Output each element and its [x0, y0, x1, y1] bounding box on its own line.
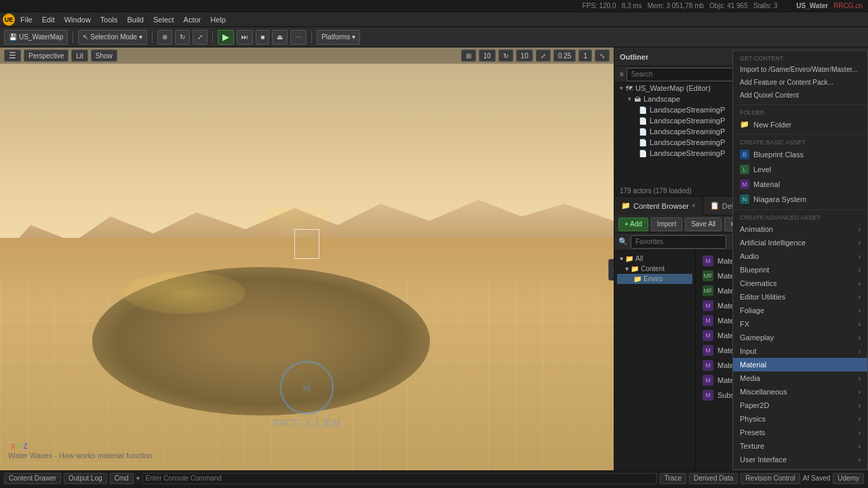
menu-window[interactable]: Window [60, 14, 95, 25]
angle-val[interactable]: 10 [516, 49, 533, 62]
menu-select[interactable]: Select [149, 14, 178, 25]
arrow-7: › [859, 321, 861, 328]
main-area: 🏛 RRCG 人人素材 ☰ Perspective Lit Show ⊞ 10 … [0, 47, 868, 470]
grid-snap-btn[interactable]: ⊞ [461, 49, 476, 62]
scale-val[interactable]: 0.25 [553, 49, 576, 62]
cmd-btn[interactable]: Cmd [110, 473, 134, 484]
ctx-paper2d[interactable]: Paper2D› [733, 399, 867, 412]
trace-btn[interactable]: Trace [660, 473, 686, 484]
menu-actor[interactable]: Actor [180, 14, 205, 25]
blueprint-icon: B [740, 150, 749, 159]
menu-help[interactable]: Help [206, 14, 230, 25]
content-drawer-btn[interactable]: Content Drawer [4, 473, 61, 484]
maximize-btn[interactable]: ⤡ [595, 49, 610, 62]
ctx-material-adv[interactable]: Material [733, 358, 867, 371]
tree-item-label: US_WaterMap (Editor) [635, 84, 711, 92]
ctx-niagara[interactable]: N Niagara System [733, 192, 867, 207]
rotate-btn[interactable]: ↻ [175, 30, 190, 45]
lit-btn[interactable]: Lit [71, 49, 88, 62]
add-btn[interactable]: + Add [618, 218, 648, 231]
import-btn[interactable]: Import [651, 218, 682, 231]
play-btn[interactable]: ▶ [218, 30, 234, 45]
ctx-blueprint[interactable]: B Blueprint Class [733, 147, 867, 162]
ctx-add-feature[interactable]: Add Feature or Content Pack... [733, 76, 867, 89]
fps-stat: FPS: 120,0 [583, 2, 616, 9]
ctx-ai[interactable]: Artificial Intelligence› [733, 236, 867, 249]
ctx-import[interactable]: Import to /Game/Enviro/Water/Master... [733, 63, 867, 76]
ctx-misc[interactable]: Miscellaneous› [733, 385, 867, 399]
ctx-presets[interactable]: Presets› [733, 426, 867, 439]
ctx-animation[interactable]: Animation› [733, 222, 867, 236]
viewport[interactable]: 🏛 RRCG 人人素材 ☰ Perspective Lit Show ⊞ 10 … [0, 47, 614, 470]
udemy-btn[interactable]: Udemy [833, 473, 864, 484]
cb-tab-close[interactable]: × [692, 202, 696, 209]
mlb-icon: M [703, 330, 713, 341]
basic-label: CREATE BASIC ASSET [733, 138, 867, 147]
ctx-texture[interactable]: Texture› [733, 439, 867, 453]
ctx-quixel[interactable]: Add Quixel Content [733, 89, 867, 102]
ctx-audio[interactable]: Audio› [733, 249, 867, 263]
doc-icon-3: 📄 [639, 128, 647, 136]
folder-all[interactable]: ▾ 📁 All [617, 253, 692, 264]
menu-build[interactable]: Build [123, 14, 148, 25]
step-btn[interactable]: ⏭ [237, 30, 253, 45]
panel-collapse-arrow[interactable]: › [608, 259, 614, 281]
ctx-material[interactable]: M Material [733, 177, 867, 192]
platforms-btn[interactable]: Platforms ▾ [317, 30, 360, 45]
save-all-btn[interactable]: Save All [685, 218, 722, 231]
folder-tree: ▾ 📁 All ▾ 📁 Content 📁 Enviro [614, 251, 696, 470]
tree-stream-4-label: LandscapeStreamingP [650, 138, 725, 146]
eject-btn[interactable]: ⏏ [272, 30, 288, 45]
grid-val-1[interactable]: 10 [479, 49, 496, 62]
more-btn[interactable]: ⋯ [290, 30, 307, 45]
content-browser-tab[interactable]: 📁 Content Browser × [614, 197, 703, 216]
details-icon: 📋 [710, 201, 719, 210]
stats-bar: FPS: 120,0 8,3 ms Mem: 3 051,78 mb Objs:… [0, 0, 868, 12]
output-log-btn[interactable]: Output Log [64, 473, 106, 484]
ctx-editor-utilities[interactable]: Editor Utilities› [733, 290, 867, 304]
ctx-ui[interactable]: User Interface› [733, 453, 867, 466]
menu-edit[interactable]: Edit [38, 14, 59, 25]
cam-speed-btn[interactable]: 1 [578, 49, 592, 62]
ctx-physics[interactable]: Physics› [733, 412, 867, 426]
ctx-new-folder[interactable]: 📁 New Folder [733, 117, 867, 131]
ctx-level[interactable]: L Level [733, 162, 867, 177]
tree-stream-2-label: LandscapeStreamingP [650, 117, 725, 125]
console-input[interactable] [142, 473, 657, 484]
ctx-input[interactable]: Input› [733, 344, 867, 358]
ctx-media[interactable]: Media› [733, 371, 867, 385]
ssp-icon: M [703, 390, 713, 401]
logo-icon[interactable]: UE [3, 14, 15, 26]
mem-stat: Mem: 3 051,78 mb [648, 2, 704, 9]
perspective-btn[interactable]: Perspective [24, 49, 68, 62]
revision-control-btn[interactable]: Revision Control [741, 473, 800, 484]
derived-data-btn[interactable]: Derived Data [689, 473, 738, 484]
ctx-gameplay[interactable]: Gameplay› [733, 331, 867, 344]
ctx-cinematics[interactable]: Cinematics› [733, 277, 867, 290]
niagara-icon: N [740, 195, 749, 204]
menu-tools[interactable]: Tools [96, 14, 122, 25]
arrow-2: › [859, 253, 861, 260]
status-right: Trace Derived Data Revision Control Af S… [660, 473, 864, 484]
show-btn[interactable]: Show [91, 49, 117, 62]
pause-btn[interactable]: ■ [256, 30, 269, 45]
tree-stream-1-label: LandscapeStreamingP [650, 106, 725, 114]
ctx-foliage[interactable]: Foliage› [733, 304, 867, 317]
scale-snap-btn[interactable]: ⤢ [536, 49, 551, 62]
angle-snap-btn[interactable]: ↻ [498, 49, 513, 62]
selection-mode-btn[interactable]: ↖ Selection Mode ▾ [78, 30, 147, 45]
save-map-btn[interactable]: 💾 US_WaterMap [4, 30, 68, 45]
menu-file[interactable]: File [16, 14, 37, 25]
viewport-options-btn[interactable]: ☰ [4, 49, 21, 62]
scale-btn[interactable]: ⤢ [193, 30, 208, 45]
favorites-search[interactable] [631, 235, 726, 249]
folder-content[interactable]: ▾ 📁 Content [617, 264, 692, 274]
worldmap-icon: 🗺 [626, 85, 633, 92]
folder-enviro[interactable]: 📁 Enviro [617, 274, 692, 284]
ctx-fx[interactable]: FX› [733, 317, 867, 331]
arrow-6: › [859, 307, 861, 314]
transform-btn[interactable]: ⊕ [157, 30, 172, 45]
arrow-16: › [859, 443, 861, 450]
arrow-4: › [859, 280, 861, 287]
ctx-blueprint-adv[interactable]: Blueprint› [733, 263, 867, 277]
